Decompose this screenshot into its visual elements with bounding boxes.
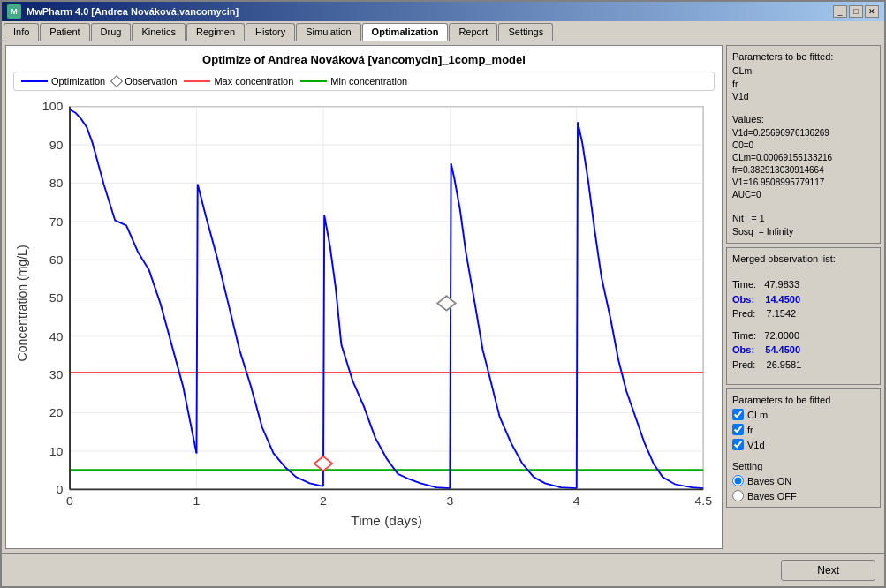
- checkbox-v1d-label: V1d: [747, 440, 765, 450]
- next-button[interactable]: Next: [781, 560, 875, 581]
- nit-label: Nit = 1: [732, 212, 875, 225]
- svg-text:4.5: 4.5: [694, 495, 712, 508]
- obs-entry-2: Time: 72.0000 Obs: 54.4500 Pred: 26.9581: [732, 328, 875, 373]
- svg-text:4: 4: [573, 495, 580, 508]
- radio-bayes-off-input[interactable]: [732, 490, 744, 501]
- title-bar-left: M MwPharm 4.0 [Andrea Nováková,vancomyci…: [7, 4, 239, 19]
- legend-label-optimization: Optimization: [51, 76, 105, 87]
- svg-text:50: 50: [49, 292, 64, 305]
- obs-entry-1: Time: 47.9833 Obs: 14.4500 Pred: 7.1542: [732, 277, 875, 321]
- svg-text:20: 20: [49, 407, 64, 419]
- chart-legend: Optimization Observation Max concentrati…: [13, 72, 715, 91]
- legend-optimization: Optimization: [21, 76, 105, 87]
- svg-text:Time (days): Time (days): [351, 515, 421, 528]
- merged-obs-title: Merged observation list:: [732, 253, 875, 264]
- window-title: MwPharm 4.0 [Andrea Nováková,vancomycin]: [27, 6, 239, 17]
- legend-min-concentration: Min concentration: [300, 76, 407, 87]
- chart-area: Optimize of Andrea Nováková [vancomycin]…: [5, 45, 723, 549]
- tab-settings[interactable]: Settings: [498, 23, 553, 41]
- svg-text:100: 100: [42, 101, 64, 113]
- minimize-button[interactable]: _: [833, 5, 847, 18]
- params-info-title: Parameters to be fitted:: [732, 51, 875, 62]
- svg-text:0: 0: [57, 484, 64, 496]
- legend-line-max: [184, 80, 210, 82]
- legend-label-min: Min concentration: [330, 76, 407, 87]
- checkbox-v1d[interactable]: V1d: [732, 439, 875, 450]
- svg-text:0: 0: [66, 495, 73, 508]
- tab-regimen[interactable]: Regimen: [186, 23, 245, 41]
- title-controls: _ □ ✕: [833, 5, 879, 18]
- checkbox-fr-label: fr: [747, 425, 753, 435]
- chart-title: Optimize of Andrea Nováková [vancomycin]…: [13, 53, 715, 66]
- tab-history[interactable]: History: [246, 23, 295, 41]
- legend-observation: Observation: [112, 76, 177, 87]
- legend-label-observation: Observation: [125, 76, 177, 87]
- legend-line-min: [300, 80, 327, 82]
- tab-info[interactable]: Info: [4, 23, 39, 41]
- tab-simulation[interactable]: Simulation: [296, 23, 360, 41]
- app-icon: M: [7, 4, 21, 19]
- checkbox-clm-input[interactable]: [732, 409, 744, 420]
- params-info-box: Parameters to be fitted: CLmfrV1d Values…: [726, 45, 881, 244]
- obs2-pred: Pred: 26.9581: [732, 358, 875, 373]
- setting-radios: Bayes ON Bayes OFF: [732, 475, 875, 501]
- svg-text:60: 60: [49, 253, 64, 266]
- merged-obs-box: Merged observation list: Time: 47.9833 O…: [726, 247, 881, 385]
- radio-bayes-off-label: Bayes OFF: [747, 491, 797, 501]
- radio-bayes-on[interactable]: Bayes ON: [732, 475, 875, 486]
- svg-text:10: 10: [49, 445, 64, 457]
- sosq-label: Sosq = Infinity: [732, 225, 875, 238]
- obs2-obs: Obs: 54.4500: [732, 343, 875, 358]
- tab-kinetics[interactable]: Kinetics: [132, 23, 186, 41]
- svg-text:40: 40: [49, 330, 64, 343]
- radio-bayes-off[interactable]: Bayes OFF: [732, 490, 875, 501]
- params-checkboxes: CLm fr V1d: [732, 409, 875, 450]
- main-window: M MwPharm 4.0 [Andrea Nováková,vancomyci…: [0, 0, 886, 588]
- obs1-pred: Pred: 7.1542: [732, 306, 875, 321]
- svg-text:80: 80: [49, 177, 64, 190]
- radio-bayes-on-label: Bayes ON: [747, 476, 791, 486]
- setting-title: Setting: [732, 461, 875, 471]
- legend-line-optimization: [21, 80, 48, 82]
- title-bar: M MwPharm 4.0 [Andrea Nováková,vancomyci…: [2, 2, 884, 21]
- tab-report[interactable]: Report: [449, 23, 497, 41]
- obs1-time: Time: 47.9833: [732, 277, 875, 292]
- checkbox-clm[interactable]: CLm: [732, 409, 875, 420]
- legend-label-max: Max concentration: [214, 76, 293, 87]
- values-list: V1d=0.25696976136269 C0=0 CLm=0.00069155…: [732, 127, 875, 201]
- svg-text:30: 30: [49, 369, 64, 381]
- values-title: Values:: [732, 114, 875, 124]
- params-fit-box: Parameters to be fitted CLm fr V1d: [726, 388, 881, 508]
- checkbox-clm-label: CLm: [747, 410, 768, 420]
- params-list: CLmfrV1d: [732, 64, 875, 103]
- right-panel: Parameters to be fitted: CLmfrV1d Values…: [726, 45, 881, 549]
- menu-bar: InfoPatientDrugKineticsRegimenHistorySim…: [2, 21, 884, 41]
- obs1-obs: Obs: 14.4500: [732, 292, 875, 307]
- tab-optimalization[interactable]: Optimalization: [362, 23, 449, 41]
- checkbox-fr-input[interactable]: [732, 424, 744, 435]
- svg-text:Concentration (mg/L): Concentration (mg/L): [15, 245, 30, 361]
- bottom-bar: Next: [2, 553, 884, 586]
- svg-text:90: 90: [49, 139, 64, 151]
- close-button[interactable]: ✕: [865, 5, 879, 18]
- svg-text:1: 1: [193, 495, 201, 508]
- chart-svg: 100 90 80 70 60 50 40 30 20 10 0 0 1 2 3…: [13, 96, 715, 541]
- svg-text:2: 2: [320, 495, 327, 508]
- legend-diamond-observation: [110, 75, 123, 87]
- tab-drug[interactable]: Drug: [91, 23, 132, 41]
- checkbox-v1d-input[interactable]: [732, 439, 744, 450]
- maximize-button[interactable]: □: [849, 5, 863, 18]
- legend-max-concentration: Max concentration: [184, 76, 293, 87]
- main-content: Optimize of Andrea Nováková [vancomycin]…: [2, 41, 884, 553]
- tab-patient[interactable]: Patient: [40, 23, 89, 41]
- radio-bayes-on-input[interactable]: [732, 475, 744, 486]
- params-fit-title: Parameters to be fitted: [732, 395, 875, 405]
- checkbox-fr[interactable]: fr: [732, 424, 875, 435]
- svg-text:3: 3: [446, 495, 453, 508]
- obs2-time: Time: 72.0000: [732, 328, 875, 343]
- svg-text:70: 70: [49, 215, 64, 228]
